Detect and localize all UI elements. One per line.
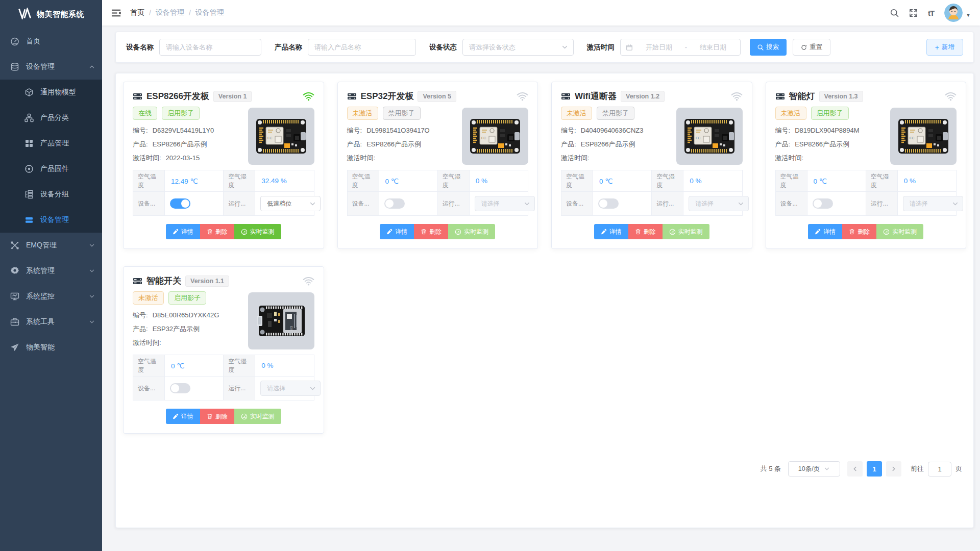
device-icon [133,92,142,101]
sidebar-item[interactable]: 设备分组 [0,182,102,207]
device-field: 编号:D40409640636CNZ3 [561,123,676,137]
run-mode-select[interactable]: 请选择 [475,196,535,211]
next-page-button[interactable] [886,461,901,477]
sidebar-item[interactable]: 产品管理 [0,131,102,156]
field-label: 激活时间: [133,154,161,162]
device-image: FC [248,108,314,165]
monitor-button[interactable]: 实时监测 [448,224,495,239]
field-value: ESP8266产品示例 [366,140,421,148]
date-range-picker[interactable]: 开始日期 - 结束日期 [620,39,741,56]
device-name-input[interactable] [159,39,261,56]
pagination: 共 5 条 10条/页 1 前往 页 [123,461,966,477]
sidebar-item[interactable]: 设备管理 [0,54,102,80]
detail-button[interactable]: 详情 [594,224,628,239]
device-icon [347,92,357,101]
sidebar-item[interactable]: 通用物模型 [0,80,102,105]
sensor-label: 设备... [561,192,593,216]
device-switch-toggle[interactable] [598,198,619,209]
device-icon [775,92,785,101]
breadcrumb-separator: / [149,9,151,17]
breadcrumb-item[interactable]: 设备管理 [156,8,184,17]
search-button[interactable]: 搜索 [750,39,787,56]
field-value: D85E00R65DYXK42G [153,311,219,319]
logo: 物美智能系统 [0,0,102,29]
page-size-select[interactable]: 10条/页 [788,461,840,477]
delete-button[interactable]: 删除 [842,224,876,239]
detail-button[interactable]: 详情 [166,409,200,424]
status-tag: 禁用影子 [383,107,421,120]
sensor-table: 空气温度12.49 ℃空气湿度32.49 %设备...运行...低速档位 [133,170,314,216]
sensor-table: 空气温度0 ℃空气湿度0 %设备...运行...请选择 [347,170,529,216]
goto-page-input[interactable] [928,462,951,477]
prev-page-button[interactable] [847,461,863,477]
monitor-button[interactable]: 实时监测 [663,224,709,239]
user-menu[interactable]: ▼ [944,4,971,22]
wifi-status-icon [731,92,743,101]
sidebar-item[interactable]: 系统管理 [0,258,102,284]
fullscreen-icon[interactable] [909,9,918,17]
device-switch-toggle[interactable] [170,383,190,393]
filter-bar: 设备名称 产品名称 设备状态 请选择设备状态 激活时间 [115,32,974,63]
sidebar-item[interactable]: 系统监控 [0,284,102,309]
device-field: 编号:D819DLX904P8894M [775,123,891,137]
field-label: 编号: [347,127,362,134]
device-icon [133,277,142,285]
wifi-status-icon [303,92,314,101]
monitor-icon [10,292,19,301]
monitor-button[interactable]: 实时监测 [234,224,281,239]
detail-button[interactable]: 详情 [380,224,414,239]
main-content: 设备名称 产品名称 设备状态 请选择设备状态 激活时间 [102,26,980,551]
avatar[interactable] [944,4,963,22]
delete-button[interactable]: 删除 [414,224,448,239]
sensor-label: 空气温度 [561,170,593,192]
delete-button[interactable]: 删除 [200,409,234,424]
sidebar-item[interactable]: 设备管理 [0,207,102,233]
device-switch-toggle[interactable] [384,198,405,209]
firmware-icon [24,164,34,173]
run-mode-select[interactable]: 请选择 [260,381,321,396]
wifi-status-icon [945,92,957,101]
device-field: 产品:ESP8266产品示例 [133,137,248,151]
font-size-icon[interactable]: tT [928,9,934,17]
monitor-button[interactable]: 实时监测 [234,409,281,424]
device-status-select[interactable]: 请选择设备状态 [462,39,574,56]
sidebar-item[interactable]: 系统工具 [0,309,102,335]
sidebar-item[interactable]: 物美智能 [0,335,102,360]
run-mode-select[interactable]: 低速档位 [260,196,321,211]
sidebar-item[interactable]: EMQ管理 [0,233,102,258]
goto-label: 前往 [911,464,924,473]
run-mode-select[interactable]: 请选择 [689,196,749,211]
delete-button[interactable]: 删除 [628,224,663,239]
run-mode-select[interactable]: 请选择 [903,196,963,211]
sidebar-item[interactable]: 首页 [0,29,102,54]
sensor-label: 设备... [133,377,165,400]
detail-button[interactable]: 详情 [808,224,842,239]
top-navbar: 首页/设备管理/设备管理 tT ▼ [102,0,980,26]
hamburger-icon[interactable] [111,9,121,17]
chevron-down-icon [89,293,95,299]
sensor-label: 空气温度 [347,170,379,192]
device-field: 产品:ESP8266产品示例 [561,137,676,151]
breadcrumb-item[interactable]: 首页 [130,8,144,17]
version-badge: Version 5 [418,91,456,102]
sensor-table: 空气温度0 ℃空气湿度0 %设备...运行...请选择 [775,170,957,216]
product-name-input[interactable] [308,39,416,56]
search-icon[interactable] [890,9,899,17]
delete-button[interactable]: 删除 [200,224,234,239]
device-icon [561,92,571,101]
field-label: 编号: [561,127,576,134]
sensor-value-temperature: 0 ℃ [593,170,652,192]
sidebar-item[interactable]: 产品分类 [0,105,102,131]
device-switch-toggle[interactable] [813,198,833,209]
page-number-button[interactable]: 1 [867,461,882,477]
detail-button[interactable]: 详情 [166,224,200,239]
sensor-value-humidity: 0 % [255,355,314,377]
field-value: ESP8266产品示例 [795,140,849,148]
device-title: 智能灯 [789,90,815,102]
monitor-button[interactable]: 实时监测 [876,224,923,239]
sidebar-item[interactable]: 产品固件 [0,156,102,182]
dashboard-icon [10,37,19,46]
device-switch-toggle[interactable] [170,198,190,209]
add-button[interactable]: + 新增 [926,39,963,56]
reset-button[interactable]: 重置 [793,39,830,56]
